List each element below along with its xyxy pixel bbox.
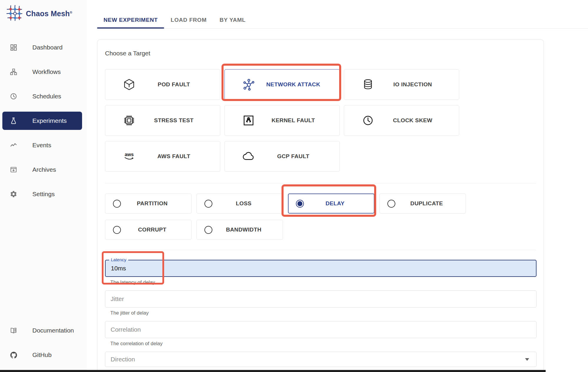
correlation-field-group: The correlation of delay [105, 321, 536, 347]
chaos-mesh-logo-icon [6, 4, 23, 23]
sidebar-item-label: Workflows [32, 68, 61, 75]
sidebar-item-documentation[interactable]: Documentation [2, 321, 82, 340]
action-label: LOSS [212, 200, 283, 207]
main-content: NEW EXPERIMENT LOAD FROM BY YAML Choose … [87, 0, 588, 372]
action-loss[interactable]: LOSS [196, 194, 283, 214]
action-duplicate[interactable]: DUPLICATE [379, 194, 466, 214]
linux-tux-icon [241, 114, 256, 127]
registered-mark: ® [70, 10, 72, 14]
tab-by-yaml[interactable]: BY YAML [213, 12, 252, 28]
sidebar-item-label: Events [32, 142, 51, 149]
cube-icon [122, 78, 136, 91]
sidebar-item-archives[interactable]: Archives [2, 161, 82, 179]
target-aws-fault[interactable]: aws AWS FAULT [105, 141, 220, 172]
correlation-input[interactable] [105, 321, 537, 338]
action-label: BANDWIDTH [212, 226, 283, 233]
sidebar-item-events[interactable]: Events [2, 136, 82, 154]
action-label: DUPLICATE [395, 200, 466, 207]
experiment-tabs: NEW EXPERIMENT LOAD FROM BY YAML [97, 12, 588, 29]
app-logo[interactable]: Chaos Mesh® [0, 0, 87, 23]
sidebar-nav: Dashboard Workflows Schedules Experiment… [0, 38, 87, 209]
target-gcp-fault[interactable]: GCP FAULT [224, 141, 340, 172]
choose-target-card: Choose a Target POD FAULT NETWORK ATTACK… [97, 39, 544, 372]
latency-helper-text: The latency of delay [110, 280, 536, 285]
window-bottom-edge [0, 370, 546, 372]
action-label: CORRUPT [121, 226, 191, 233]
sidebar-item-label: Experiments [32, 117, 67, 124]
target-label: GCP FAULT [256, 153, 339, 160]
sidebar-item-label: Schedules [32, 93, 61, 100]
target-label: STRESS TEST [136, 117, 220, 124]
radio-checked-icon [296, 200, 304, 208]
radio-unchecked-icon [113, 200, 121, 208]
target-label: CLOCK SKEW [375, 117, 459, 124]
section-divider [105, 183, 536, 183]
sidebar-footer: Documentation GitHub [0, 321, 87, 372]
clock-icon [9, 92, 18, 100]
action-label: PARTITION [121, 200, 191, 207]
target-label: KERNEL FAULT [256, 117, 339, 124]
target-label: NETWORK ATTACK [256, 81, 339, 88]
sidebar-item-experiments[interactable]: Experiments [2, 112, 82, 130]
archive-box-icon [9, 166, 18, 174]
github-octocat-icon [9, 351, 18, 359]
sidebar-item-schedules[interactable]: Schedules [2, 87, 82, 105]
sidebar-item-label: Dashboard [32, 44, 63, 51]
action-delay[interactable]: DELAY [288, 194, 374, 214]
sidebar-item-label: Archives [32, 166, 56, 173]
action-bandwidth[interactable]: BANDWIDTH [196, 220, 283, 240]
svg-text:aws: aws [125, 152, 134, 157]
action-partition[interactable]: PARTITION [105, 194, 191, 214]
jitter-field-group: The jitter of delay [105, 290, 536, 316]
delay-form: Latency The latency of delay The jitter … [105, 260, 536, 372]
sidebar-item-label: GitHub [32, 351, 51, 358]
target-grid: POD FAULT NETWORK ATTACK IO INJECTION ST… [105, 69, 536, 172]
sidebar-item-workflows[interactable]: Workflows [2, 63, 82, 81]
target-pod-fault[interactable]: POD FAULT [105, 69, 220, 100]
aws-logo-icon: aws [122, 150, 136, 163]
jitter-input[interactable] [105, 290, 537, 307]
sidebar-item-dashboard[interactable]: Dashboard [2, 38, 82, 57]
cpu-chip-icon [122, 114, 136, 127]
target-stress-test[interactable]: STRESS TEST [105, 105, 220, 136]
action-grid: PARTITION LOSS DELAY DUPLICATE CORRUPT B… [105, 194, 536, 240]
direction-select[interactable]: Direction [105, 352, 537, 367]
action-corrupt[interactable]: CORRUPT [105, 220, 191, 240]
workflow-tree-icon [9, 68, 18, 76]
sidebar-item-label: Documentation [32, 327, 74, 334]
radio-unchecked-icon [204, 226, 212, 234]
sidebar-item-label: Settings [32, 191, 55, 198]
app-title: Chaos Mesh® [26, 9, 72, 18]
direction-select-placeholder: Direction [111, 356, 135, 363]
direction-field-group: Direction Specify the network direction [105, 352, 536, 372]
network-nodes-icon [241, 78, 256, 91]
clock-icon [361, 114, 375, 127]
database-icon [361, 78, 375, 91]
latency-field-label: Latency [109, 257, 128, 262]
target-label: POD FAULT [136, 81, 220, 88]
flask-icon [9, 117, 18, 125]
trend-line-icon [9, 141, 18, 149]
latency-input[interactable] [105, 260, 537, 277]
target-kernel-fault[interactable]: KERNEL FAULT [224, 105, 340, 136]
cloud-icon [241, 150, 256, 163]
jitter-helper-text: The jitter of delay [110, 310, 536, 316]
dashboard-grid-icon [9, 43, 18, 52]
target-label: IO INJECTION [375, 81, 459, 88]
sidebar-item-github[interactable]: GitHub [2, 346, 82, 364]
correlation-helper-text: The correlation of delay [110, 341, 536, 347]
sidebar-item-settings[interactable]: Settings [2, 185, 82, 203]
latency-field-group: Latency The latency of delay [105, 260, 536, 285]
tab-new-experiment[interactable]: NEW EXPERIMENT [97, 12, 164, 28]
target-network-attack[interactable]: NETWORK ATTACK [224, 69, 340, 100]
target-clock-skew[interactable]: CLOCK SKEW [344, 105, 459, 136]
gear-icon [9, 190, 18, 198]
target-label: AWS FAULT [136, 153, 220, 160]
tab-load-from[interactable]: LOAD FROM [164, 12, 213, 28]
chevron-down-icon [525, 358, 529, 361]
action-label: DELAY [304, 200, 374, 207]
target-io-injection[interactable]: IO INJECTION [344, 69, 459, 100]
radio-unchecked-icon [204, 200, 212, 208]
radio-unchecked-icon [387, 200, 395, 208]
radio-unchecked-icon [113, 226, 121, 234]
